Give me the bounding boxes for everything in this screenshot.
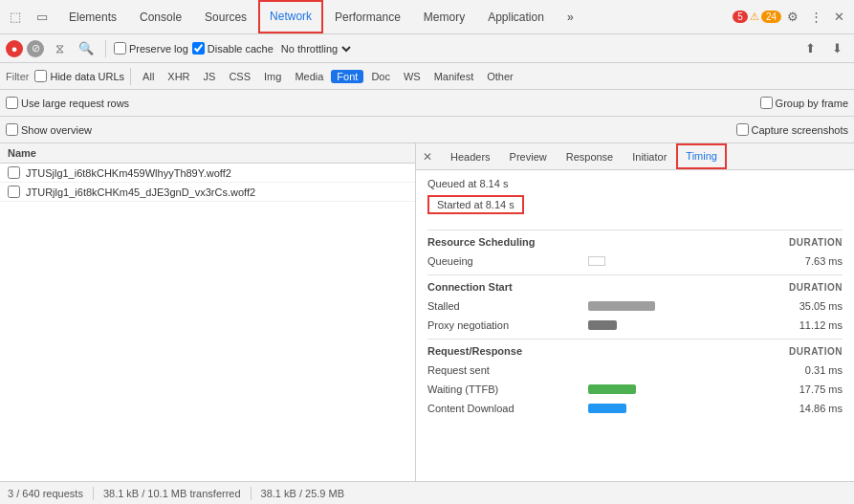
divider2 [130, 68, 131, 85]
tab-more[interactable]: » [556, 0, 585, 33]
import-icon[interactable]: ⬆ [799, 37, 821, 60]
filter-ws[interactable]: WS [398, 70, 427, 83]
filter-img[interactable]: Img [258, 70, 287, 83]
timing-tab-response[interactable]: Response [557, 143, 624, 169]
hide-data-urls-label[interactable]: Hide data URLs [34, 70, 124, 82]
filter-media[interactable]: Media [289, 70, 329, 83]
filter-all[interactable]: All [137, 70, 160, 83]
tab-elements[interactable]: Elements [57, 0, 128, 33]
file-item-2[interactable]: JTURjlg1_i6t8kCHKm45_dJE3gnD_vx3rCs.woff… [0, 183, 415, 202]
disable-cache-checkbox[interactable] [192, 42, 205, 55]
record-button[interactable]: ● [6, 40, 23, 57]
devtools-tab-bar: ⬚ ▭ Elements Console Sources Network Per… [0, 0, 854, 34]
status-divider-1 [93, 487, 94, 500]
group-by-frame-label[interactable]: Group by frame [760, 97, 848, 109]
queueing-bar-area [588, 254, 768, 268]
filter-icon[interactable]: ⧖ [48, 37, 71, 60]
search-icon[interactable]: 🔍 [75, 37, 98, 60]
queued-at-text: Queued at 8.14 s [427, 178, 843, 189]
download-bar [588, 404, 626, 413]
row-stalled: Stalled 35.05 ms [427, 296, 843, 316]
large-rows-checkbox[interactable] [6, 97, 18, 109]
undock-icon[interactable]: ✕ [827, 6, 850, 29]
filter-doc[interactable]: Doc [365, 70, 396, 83]
timing-tab-initiator[interactable]: Initiator [623, 143, 676, 169]
transferred-size: 38.1 kB / 10.1 MB transferred [103, 488, 241, 499]
capture-screenshots-label[interactable]: Capture screenshots [736, 123, 849, 136]
section-resource-scheduling: Resource Scheduling DURATION [427, 230, 843, 252]
tab-sources[interactable]: Sources [193, 0, 258, 33]
row-waiting-ttfb: Waiting (TTFB) 17.75 ms [427, 380, 843, 399]
timing-tab-headers[interactable]: Headers [441, 143, 500, 169]
timing-content: Queued at 8.14 s Started at 8.14 s Resou… [416, 170, 854, 426]
hide-data-urls-checkbox[interactable] [34, 70, 47, 82]
large-rows-label[interactable]: Use large request rows [6, 97, 129, 109]
devtools-window: ⬚ ▭ Elements Console Sources Network Per… [0, 0, 854, 504]
capture-screenshots-checkbox[interactable] [736, 123, 749, 136]
request-sent-bar-area [588, 363, 768, 377]
close-panel-button[interactable]: ✕ [418, 147, 437, 166]
row-content-download: Content Download 14.86 ms [427, 399, 843, 418]
requests-count: 3 / 640 requests [8, 488, 83, 499]
file-checkbox-2[interactable] [8, 186, 20, 198]
network-toolbar: ● ⊘ ⧖ 🔍 Preserve log Disable cache No th… [0, 34, 854, 63]
section-connection-start: Connection Start DURATION [427, 274, 843, 296]
timing-tab-preview[interactable]: Preview [500, 143, 557, 169]
preserve-log-label[interactable]: Preserve log [114, 42, 188, 55]
row-proxy: Proxy negotiation 11.12 ms [427, 316, 843, 335]
status-bar: 3 / 640 requests 38.1 kB / 10.1 MB trans… [0, 481, 854, 504]
queueing-bar [588, 256, 605, 266]
divider [105, 40, 106, 57]
file-checkbox-1[interactable] [8, 166, 20, 179]
file-list-panel: Name JTUSjlg1_i6t8kCHKm459WlhyyTh89Y.wof… [0, 143, 416, 481]
filter-xhr[interactable]: XHR [162, 70, 195, 83]
clear-button[interactable]: ⊘ [27, 40, 44, 57]
stalled-bar-area [588, 299, 768, 313]
show-overview-label[interactable]: Show overview [6, 123, 92, 136]
file-name-2: JTURjlg1_i6t8kCHKm45_dJE3gnD_vx3rCs.woff… [26, 186, 255, 198]
download-bar-area [588, 402, 768, 415]
inspect-icon[interactable]: ⬚ [4, 6, 27, 29]
resources-size: 38.1 kB / 25.9 MB [261, 488, 344, 499]
proxy-bar-area [588, 318, 768, 332]
started-at-box: Started at 8.14 s [427, 195, 524, 214]
disable-cache-label[interactable]: Disable cache [192, 42, 274, 55]
tab-performance[interactable]: Performance [323, 0, 412, 33]
filter-font[interactable]: Font [331, 70, 363, 83]
file-item-1[interactable]: JTUSjlg1_i6t8kCHKm459WlhyyTh89Y.woff2 [0, 164, 415, 183]
more-icon[interactable]: ⋮ [804, 6, 827, 29]
tab-icons: ⬚ ▭ [4, 6, 54, 29]
options-bar-1: Use large request rows Group by frame [0, 90, 854, 117]
stalled-bar [588, 301, 655, 311]
filter-manifest[interactable]: Manifest [428, 70, 480, 83]
group-by-frame-checkbox[interactable] [760, 97, 773, 109]
export-icon[interactable]: ⬇ [825, 37, 848, 60]
show-overview-checkbox[interactable] [6, 123, 18, 136]
proxy-bar [588, 320, 617, 330]
ttfb-bar-area [588, 383, 768, 396]
row-request-sent: Request sent 0.31 ms [427, 361, 843, 380]
filter-css[interactable]: CSS [223, 70, 256, 83]
section-request-response: Request/Response DURATION [427, 339, 843, 361]
filter-bar: Filter Hide data URLs All XHR JS CSS Img… [0, 63, 854, 90]
tab-memory[interactable]: Memory [412, 0, 476, 33]
timing-tab-timing[interactable]: Timing [676, 143, 727, 169]
options-bar-2: Show overview Capture screenshots [0, 117, 854, 143]
preserve-log-checkbox[interactable] [114, 42, 126, 55]
filter-js[interactable]: JS [198, 70, 222, 83]
warning-badge: 24 [761, 11, 781, 23]
ttfb-bar [588, 384, 636, 394]
tab-network[interactable]: Network [258, 0, 323, 33]
filter-other[interactable]: Other [481, 70, 519, 83]
device-icon[interactable]: ▭ [31, 6, 54, 29]
warning-icon: ⚠ [750, 11, 759, 23]
main-content: Name JTUSjlg1_i6t8kCHKm459WlhyyTh89Y.wof… [0, 143, 854, 481]
status-divider-2 [251, 487, 252, 500]
timing-tabs: ✕ Headers Preview Response Initiator Tim… [416, 143, 854, 170]
throttle-select[interactable]: No throttling [277, 42, 354, 55]
tab-console[interactable]: Console [128, 0, 193, 33]
settings-icon[interactable]: ⚙ [781, 6, 804, 29]
file-name-1: JTUSjlg1_i6t8kCHKm459WlhyyTh89Y.woff2 [26, 167, 231, 179]
tab-application[interactable]: Application [476, 0, 556, 33]
row-queueing: Queueing 7.63 ms [427, 252, 843, 271]
